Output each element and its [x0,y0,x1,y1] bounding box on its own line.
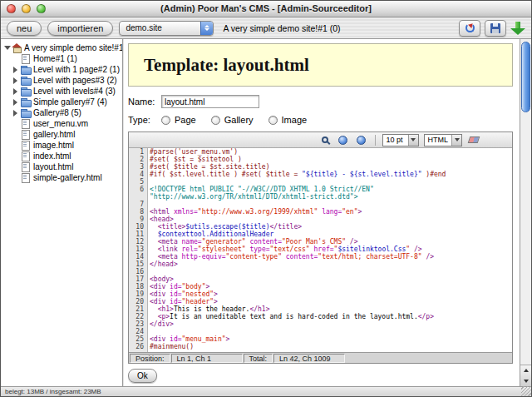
page-icon [21,54,31,63]
folder-icon [21,97,31,107]
code-line[interactable]: 1#parse('user_menu.vm') [129,148,512,156]
import-button[interactable]: importieren [47,21,113,36]
code-line[interactable]: 26#mainmenu() [129,343,512,350]
line-content [147,178,512,186]
tree-item[interactable]: simple-gallery.html [1,172,122,183]
publish-down-arrow-icon[interactable] [510,21,525,36]
tree-item-label: image.html [33,141,74,150]
line-content: <meta http-equiv="content-type" content=… [147,253,512,261]
line-number: 8 [129,208,147,216]
tree-item[interactable]: A very simple demo site!#1 (0) [1,42,122,53]
line-number: 2 [129,156,147,163]
main-toolbar: neu importieren demo.site A very simple … [1,17,531,39]
code-line[interactable]: 20<div id="header"> [129,298,512,305]
scroll-down-button[interactable] [520,376,531,387]
code-line[interactable]: 11 $contexttool.AdditionalHeader [129,231,512,238]
chevron-down-icon [451,135,461,146]
radio-page[interactable] [161,116,170,125]
code-line[interactable]: 6<!DOCTYPE html PUBLIC "-//W3C//DTD XHTM… [129,186,512,201]
name-label: Name: [128,97,161,107]
line-content: <p>It is an uneditable text and is hard-… [147,313,512,320]
new-button[interactable]: neu [7,21,42,36]
zoom-button[interactable] [37,4,46,13]
code-line[interactable]: 10 <title>$utils.escape($title)</title> [129,223,512,231]
tree-item[interactable]: Level with pages#3 (2) [1,75,122,86]
line-content: <meta name="generator" content="Poor Man… [147,238,512,246]
expander-icon[interactable] [13,110,21,117]
expander-icon[interactable] [13,99,21,106]
refresh-button[interactable] [459,20,480,37]
code-area[interactable]: 1#parse('user_menu.vm')2#set( $st = $sit… [129,148,512,352]
code-line[interactable]: 17<body> [129,275,512,283]
code-line[interactable]: 24 [129,328,512,335]
line-content: <title>$utils.escape($title)</title> [147,223,512,231]
line-content: <html xmlns="http://www.w3.org/1999/xhtm… [147,208,512,216]
expander-icon[interactable] [13,77,21,84]
file-icon [21,162,31,171]
globe-button-1[interactable] [337,134,350,146]
save-button[interactable] [485,20,506,37]
page-title: Template: layout.html [144,55,309,76]
code-line[interactable]: 22 <p>It is an uneditable text and is ha… [129,313,512,320]
code-line[interactable]: 23</div> [129,320,512,328]
line-number: 21 [129,305,147,313]
code-line[interactable]: 19<div id="nested"> [129,290,512,298]
code-line[interactable]: 14 <meta http-equiv="content-type" conte… [129,253,512,261]
window-controls [7,4,46,13]
radio-image[interactable] [268,116,278,125]
tree-item[interactable]: layout.html [1,161,122,172]
code-line[interactable]: 21 <h1>This is the header.</h1> [129,305,512,313]
close-button[interactable] [7,4,16,13]
code-line[interactable]: 7 [129,201,512,208]
code-line[interactable]: 3#set( $title = $st.site.title) [129,163,512,171]
expander-icon[interactable] [4,46,12,50]
tree-item[interactable]: gallery.html [1,129,122,140]
tree-item-label: Gallery#8 (5) [33,108,81,117]
tree-item[interactable]: image.html [1,140,122,151]
code-line[interactable]: 13 <link rel="stylesheet" type="text/css… [129,246,512,253]
code-line[interactable]: 25<div id="menu_main"> [129,335,512,343]
find-button[interactable] [318,134,332,146]
scrollbar-thumb[interactable] [521,42,530,112]
tree-item[interactable]: Gallery#8 (5) [1,107,122,118]
tree-item[interactable]: Simple gallery#7 (4) [1,97,122,107]
line-content: </div> [147,320,512,328]
clear-button[interactable] [467,134,480,146]
template-header: Template: layout.html [128,43,513,87]
site-select[interactable]: demo.site [119,21,214,36]
font-size-select[interactable]: 10 pt [382,134,419,146]
code-line[interactable]: 18<div id="body"> [129,283,512,290]
radio-gallery[interactable] [211,116,220,125]
file-icon [21,119,31,128]
syntax-select[interactable]: HTML [424,134,463,146]
tree-item[interactable]: index.html [1,151,122,161]
code-line[interactable]: 8<html xmlns="http://www.w3.org/1999/xht… [129,208,512,216]
globe-button-2[interactable] [355,134,368,146]
code-line[interactable]: 5 [129,178,512,186]
tree-item[interactable]: Level with levels#4 (3) [1,86,122,97]
tree-item-label: index.html [33,151,71,161]
code-line[interactable]: 9<head> [129,216,512,223]
code-line[interactable]: 15</head> [129,261,512,268]
globe-icon [357,136,366,145]
code-line[interactable]: 4#if( $st.level.title ) #set( $title = "… [129,171,512,178]
vertical-scrollbar[interactable] [520,39,531,386]
line-number: 4 [129,171,147,178]
tree-item[interactable]: Home#1 (1) [1,53,122,64]
code-line[interactable]: 12 <meta name="generator" content="Poor … [129,238,512,246]
window-status-bar: belegt: 13MB / insgesamt: 23MB [1,386,531,396]
ok-button[interactable]: Ok [128,369,157,383]
site-label: A very simple demo site!#1 (0) [223,23,340,33]
tree-item[interactable]: user_menu.vm [1,118,122,129]
scroll-up-button[interactable] [520,365,531,376]
code-line[interactable]: 2#set( $st = $sitetool ) [129,156,512,163]
tree-item[interactable]: Level with 1 page#2 (1) [1,64,122,75]
name-input[interactable] [161,95,259,108]
radio-image-label: Image [282,115,308,125]
code-line[interactable]: 16 [129,268,512,275]
minimize-button[interactable] [22,4,31,13]
resize-grip[interactable] [521,386,531,396]
expander-icon[interactable] [13,88,21,95]
expander-icon[interactable] [13,67,21,73]
tree-item-label: layout.html [33,162,73,171]
